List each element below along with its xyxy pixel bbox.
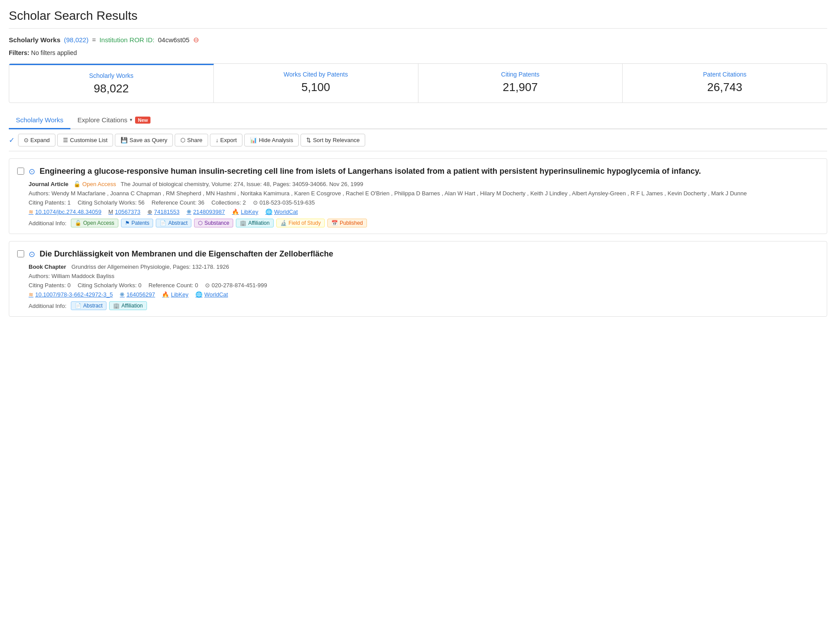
field-of-study-tag-icon: 🔬 (280, 220, 287, 226)
libkey-icon: 🔥 (232, 209, 239, 215)
collection-icon: ⊙ (253, 199, 258, 206)
sem-id-0[interactable]: ❋ 2148093987 (187, 209, 225, 215)
journal-info-0: The Journal of biological chemistry, Vol… (117, 181, 363, 187)
result-expand-0[interactable]: ⊙ (29, 167, 35, 176)
stat-value-works-cited: 5,100 (223, 80, 409, 94)
save-query-button[interactable]: 💾 Save as Query (115, 134, 173, 146)
mag-id-0[interactable]: M 10567373 (108, 209, 140, 215)
result-ids-1: ≋ 10.1007/978-3-662-42972-3_5 ❋ 16405629… (29, 291, 819, 298)
filters-label: Filters: (9, 49, 29, 56)
customise-list-button[interactable]: ☰ Customise List (57, 134, 113, 146)
libkey-icon-1: 🔥 (162, 291, 169, 298)
open-access-badge-0: 🔓 Open Access (73, 181, 117, 187)
summary-label: Scholarly Works (9, 36, 60, 44)
new-badge: New (135, 117, 150, 124)
doi-icon: ≋ (29, 209, 33, 215)
hide-analysis-button[interactable]: 📊 Hide Analysis (244, 134, 299, 146)
citing-works-stat-1: Citing Scholarly Works: 0 (77, 282, 141, 289)
result-checkbox-1[interactable] (17, 250, 24, 257)
export-icon: ↓ (216, 137, 219, 143)
stat-value-scholarly-works: 98,022 (18, 82, 205, 95)
results-list: ⊙ Engineering a glucose-responsive human… (9, 158, 827, 317)
doi-id-1[interactable]: ≋ 10.1007/978-3-662-42972-3_5 (29, 291, 113, 298)
affiliation-tag-icon: 🏢 (240, 220, 246, 226)
result-meta-0: Journal Article 🔓 Open Access The Journa… (29, 180, 819, 187)
tag-affiliation-1[interactable]: 🏢 Affiliation (109, 301, 147, 310)
result-authors-0: Authors: Wendy M Macfarlane , Joanna C C… (29, 190, 819, 197)
share-icon: ⬡ (180, 137, 185, 143)
citing-patents-stat-0: Citing Patents: 1 (29, 199, 70, 206)
semantic-icon: ❋ (187, 209, 191, 215)
sort-button[interactable]: ⇅ Sort by Relevance (301, 134, 365, 146)
stat-card-works-cited[interactable]: Works Cited by Patents 5,100 (214, 64, 418, 102)
libkey-id-0[interactable]: 🔥 LibKey (232, 209, 258, 215)
stat-title-works-cited[interactable]: Works Cited by Patents (223, 71, 409, 78)
result-header-1: ⊙ Die Durchlässigkeit von Membranen und … (17, 249, 819, 260)
pmid-id-0[interactable]: ⊕ 74181553 (147, 209, 180, 215)
chart-icon: 📊 (250, 137, 257, 143)
worldcat-id-0[interactable]: 🌐 WorldCat (265, 209, 298, 215)
collection-icon-1: ⊙ (205, 282, 210, 289)
result-item-1: ⊙ Die Durchlässigkeit von Membranen und … (9, 241, 827, 317)
share-button[interactable]: ⬡ Share (175, 134, 208, 146)
stat-value-patent-citations: 26,743 (631, 80, 818, 94)
stat-card-patent-citations[interactable]: Patent Citations 26,743 (623, 64, 827, 102)
patents-tag-icon: ⚑ (125, 220, 130, 226)
abstract-tag-icon-1: 📄 (75, 303, 81, 309)
sem-id-1[interactable]: ❋ 164056297 (120, 291, 155, 298)
substance-tag-icon: ⬡ (198, 220, 202, 226)
result-title-0: Engineering a glucose-responsive human i… (40, 166, 701, 177)
tag-affiliation-0[interactable]: 🏢 Affiliation (236, 219, 273, 227)
result-stats-0: Citing Patents: 1 Citing Scholarly Works… (29, 199, 819, 206)
published-tag-icon: 📅 (331, 220, 338, 226)
worldcat-id-1[interactable]: 🌐 WorldCat (195, 291, 228, 298)
summary-bar: Scholarly Works (98,022) = Institution R… (9, 36, 827, 44)
chevron-down-icon: ▾ (130, 117, 132, 123)
worldcat-icon-1: 🌐 (195, 291, 202, 298)
result-meta-1: Book Chapter Grundriss der Allgemeinen P… (29, 263, 819, 270)
toolbar: ✓ ⊙ Expand ☰ Customise List 💾 Save as Qu… (9, 129, 827, 151)
doi-id-0[interactable]: ≋ 10.1074/jbc.274.48.34059 (29, 209, 101, 215)
citing-patents-stat-1: Citing Patents: 0 (29, 282, 70, 289)
stat-title-scholarly-works[interactable]: Scholarly Works (18, 72, 205, 79)
tag-abstract-1[interactable]: 📄 Abstract (71, 301, 106, 310)
result-title-1: Die Durchlässigkeit von Membranen und di… (40, 249, 333, 260)
libkey-id-1[interactable]: 🔥 LibKey (162, 291, 188, 298)
stat-card-citing-patents[interactable]: Citing Patents 21,907 (418, 64, 623, 102)
select-all-check[interactable]: ✓ (9, 136, 15, 144)
citing-works-stat-0: Citing Scholarly Works: 56 (77, 199, 144, 206)
tag-substance-0[interactable]: ⬡ Substance (194, 219, 233, 227)
ror-label: Institution ROR ID: (99, 36, 154, 44)
export-button[interactable]: ↓ Export (210, 134, 242, 146)
summary-count: (98,022) (64, 36, 88, 44)
stat-title-citing-patents[interactable]: Citing Patents (427, 71, 614, 78)
journal-info-1: Grundriss der Allgemeinen Physiologie, P… (71, 263, 229, 270)
doi-icon-1: ≋ (29, 291, 33, 298)
result-additional-1: Additional Info: 📄 Abstract 🏢 Affiliatio… (29, 301, 819, 310)
filters-value: No filters applied (31, 49, 77, 56)
mag-icon: M (108, 209, 113, 215)
tag-field-of-study-0[interactable]: 🔬 Field of Study (276, 219, 325, 227)
result-type-0: Journal Article (29, 181, 69, 187)
reference-count-stat-1: Reference Count: 0 (148, 282, 198, 289)
result-checkbox-0[interactable] (17, 168, 24, 175)
semantic-icon-1: ❋ (120, 291, 125, 298)
stat-card-scholarly-works[interactable]: Scholarly Works 98,022 (9, 64, 214, 102)
summary-equals: = (92, 36, 96, 44)
result-header-0: ⊙ Engineering a glucose-responsive human… (17, 166, 819, 177)
tabs-container: Scholarly Works Explore Citations ▾ New (9, 112, 827, 129)
tag-published-0[interactable]: 📅 Published (327, 219, 367, 227)
worldcat-icon: 🌐 (265, 209, 272, 215)
tab-explore-citations[interactable]: Explore Citations ▾ New (70, 112, 158, 129)
tag-open-access-0[interactable]: 🔓 Open Access (71, 219, 118, 227)
tag-patents-0[interactable]: ⚑ Patents (121, 219, 154, 227)
result-expand-1[interactable]: ⊙ (29, 249, 35, 259)
remove-ror-icon[interactable]: ⊖ (193, 36, 199, 44)
tab-scholarly-works[interactable]: Scholarly Works (9, 112, 70, 129)
stat-title-patent-citations[interactable]: Patent Citations (631, 71, 818, 78)
collection-id-0: ⊙ 018-523-035-519-635 (253, 199, 315, 206)
sort-icon: ⇅ (306, 137, 311, 143)
expand-button[interactable]: ⊙ Expand (18, 134, 55, 146)
tag-abstract-0[interactable]: 📄 Abstract (156, 219, 191, 227)
filters-bar: Filters: No filters applied (9, 49, 827, 56)
